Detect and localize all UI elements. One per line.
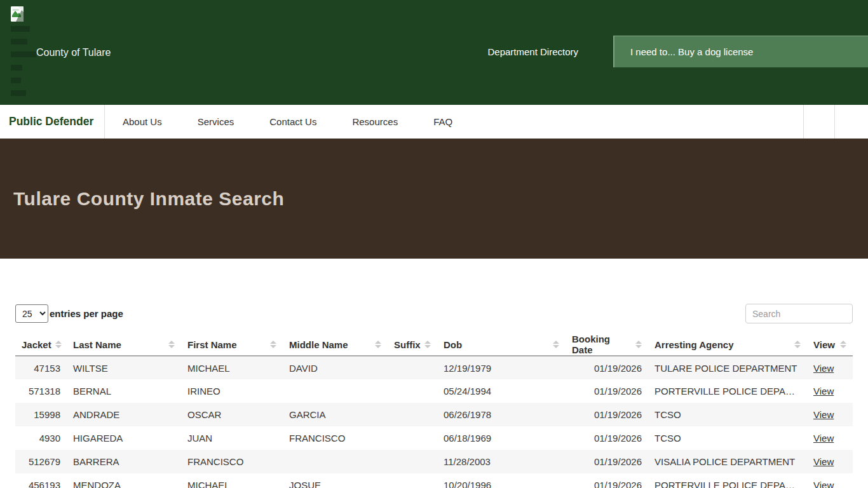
cell-booking-date: 01/19/2026 xyxy=(566,450,648,473)
cell-last-name: BERNAL xyxy=(67,379,181,403)
column-label: Dob xyxy=(444,339,462,350)
cell-arresting-agency: PORTERVILLE POLICE DEPARMENT xyxy=(648,379,807,403)
cell-arresting-agency: VISALIA POLICE DEPARTMENT xyxy=(648,450,807,473)
cell-suffix xyxy=(388,356,437,379)
nav-item-services[interactable]: Services xyxy=(180,105,252,139)
sort-icon xyxy=(270,341,276,348)
cell-view: View xyxy=(807,473,853,488)
cell-dob: 06/26/1978 xyxy=(437,403,566,426)
content-area: 25 entries per page JacketLast NameFirst… xyxy=(0,304,868,488)
sort-icon xyxy=(375,341,381,348)
cell-booking-date: 01/19/2026 xyxy=(566,356,648,379)
table-controls: 25 entries per page xyxy=(15,304,853,323)
column-header-booking-date[interactable]: Booking Date xyxy=(566,334,648,356)
cell-suffix xyxy=(388,403,437,426)
logo-alt-line xyxy=(11,39,27,44)
logo-alt-line xyxy=(11,90,26,96)
column-header-last-name[interactable]: Last Name xyxy=(67,334,181,356)
cell-last-name: BARRERA xyxy=(67,450,181,473)
column-header-arresting-agency[interactable]: Arresting Agency xyxy=(648,334,807,356)
logo-alt-line xyxy=(11,26,30,32)
sort-icon xyxy=(794,341,801,348)
main-nav: Public Defender About UsServicesContact … xyxy=(0,105,868,139)
column-header-first-name[interactable]: First Name xyxy=(181,334,283,356)
column-header-view[interactable]: View xyxy=(807,334,853,356)
view-link[interactable]: View xyxy=(813,363,834,374)
column-label: Suffix xyxy=(394,339,421,350)
header-right-group: Department Directory I need to... Buy a … xyxy=(487,36,868,67)
cell-arresting-agency: TCSO xyxy=(648,403,807,426)
nav-item-faq[interactable]: FAQ xyxy=(416,105,470,139)
view-link[interactable]: View xyxy=(813,409,834,420)
i-need-to-button[interactable]: I need to... Buy a dog license xyxy=(613,36,868,67)
cell-arresting-agency: TULARE POLICE DEPARTMENT xyxy=(648,356,807,379)
cell-first-name: MICHAEL xyxy=(181,473,283,488)
column-label: Last Name xyxy=(73,339,121,350)
nav-utility-cell-1[interactable] xyxy=(803,105,834,139)
cell-jacket: 47153 xyxy=(15,356,67,379)
cell-first-name: IRINEO xyxy=(181,379,283,403)
cell-middle-name: JOSUE xyxy=(283,473,388,488)
cell-middle-name xyxy=(283,450,388,473)
cell-first-name: MICHAEL xyxy=(181,356,283,379)
cell-view: View xyxy=(807,403,853,426)
cell-suffix xyxy=(388,379,437,403)
site-header: County of Tulare Department Directory I … xyxy=(0,0,868,105)
column-label: Booking Date xyxy=(572,334,632,355)
search-input[interactable] xyxy=(745,304,853,323)
cell-first-name: FRANCISCO xyxy=(181,450,283,473)
sort-icon xyxy=(635,341,642,348)
column-label: Jacket xyxy=(22,339,51,350)
cell-suffix xyxy=(388,473,437,488)
cell-dob: 11/28/2003 xyxy=(437,450,566,473)
broken-image-icon xyxy=(11,6,24,22)
logo-alt-line xyxy=(11,51,36,57)
column-header-dob[interactable]: Dob xyxy=(437,334,566,356)
cell-dob: 12/19/1979 xyxy=(437,356,566,379)
nav-item-resources[interactable]: Resources xyxy=(334,105,416,139)
cell-dob: 05/24/1994 xyxy=(437,379,566,403)
nav-utility-cell-2[interactable] xyxy=(834,105,868,139)
cell-suffix xyxy=(388,426,437,450)
table-row: 456193MENDOZAMICHAELJOSUE10/20/199601/19… xyxy=(15,473,853,488)
page-title: Tulare County Inmate Search xyxy=(13,188,284,210)
view-link[interactable]: View xyxy=(813,433,834,444)
sort-icon xyxy=(840,341,846,348)
cell-booking-date: 01/19/2026 xyxy=(566,473,648,488)
column-header-jacket[interactable]: Jacket xyxy=(15,334,67,356)
department-directory-link[interactable]: Department Directory xyxy=(487,46,578,57)
cell-booking-date: 01/19/2026 xyxy=(566,403,648,426)
view-link[interactable]: View xyxy=(813,456,834,467)
cell-jacket: 456193 xyxy=(15,473,67,488)
cell-view: View xyxy=(807,426,853,450)
cell-middle-name xyxy=(283,379,388,403)
cell-arresting-agency: PORTERVILLE POLICE DEPARMENT xyxy=(648,473,807,488)
cell-middle-name: FRANCISCO xyxy=(283,426,388,450)
logo-alt-line xyxy=(11,78,21,83)
nav-brand-public-defender[interactable]: Public Defender xyxy=(0,105,105,139)
column-header-middle-name[interactable]: Middle Name xyxy=(283,334,388,356)
nav-items: About UsServicesContact UsResourcesFAQ xyxy=(105,105,803,139)
cell-jacket: 571318 xyxy=(15,379,67,403)
entries-per-page-label: entries per page xyxy=(50,308,123,319)
column-label: View xyxy=(813,339,835,350)
column-label: Arresting Agency xyxy=(654,339,733,350)
sort-icon xyxy=(553,341,559,348)
hero-banner: Tulare County Inmate Search xyxy=(0,139,868,259)
cell-jacket: 15998 xyxy=(15,403,67,426)
sort-icon xyxy=(55,341,62,348)
sort-icon xyxy=(168,341,175,348)
nav-item-contact-us[interactable]: Contact Us xyxy=(252,105,334,139)
entries-per-page-select[interactable]: 25 xyxy=(15,304,48,323)
cell-first-name: JUAN xyxy=(181,426,283,450)
cell-dob: 06/18/1969 xyxy=(437,426,566,450)
cell-middle-name: GARCIA xyxy=(283,403,388,426)
cell-dob: 10/20/1996 xyxy=(437,473,566,488)
table-row: 512679BARRERAFRANCISCO11/28/200301/19/20… xyxy=(15,450,853,473)
i-need-to-label: I need to... Buy a dog license xyxy=(630,46,753,57)
cell-view: View xyxy=(807,356,853,379)
view-link[interactable]: View xyxy=(813,386,834,396)
column-header-suffix[interactable]: Suffix xyxy=(388,334,437,356)
view-link[interactable]: View xyxy=(813,480,834,488)
nav-item-about-us[interactable]: About Us xyxy=(105,105,180,139)
